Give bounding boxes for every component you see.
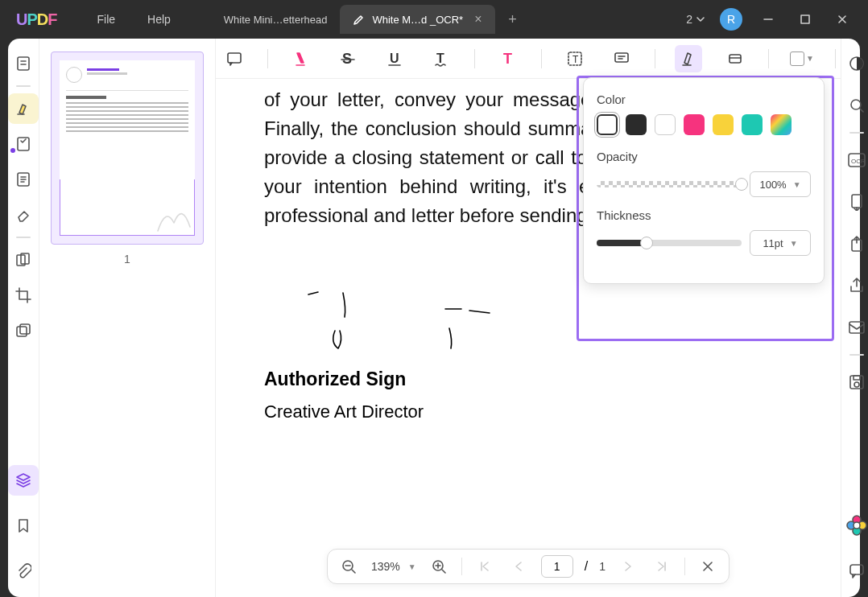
underline-tool[interactable]: U (381, 45, 408, 72)
highlight-text-tool[interactable] (287, 45, 315, 72)
svg-text:T: T (503, 51, 512, 67)
zoom-out-button[interactable] (337, 555, 360, 578)
color-swatch-none[interactable] (597, 114, 618, 135)
email-tool[interactable] (841, 312, 868, 343)
menu-help[interactable]: Help (147, 13, 171, 26)
right-rail: OCR (841, 39, 868, 597)
page-total: 1 (599, 560, 606, 573)
thickness-slider[interactable] (597, 240, 742, 246)
comment-tool[interactable] (221, 45, 248, 72)
squiggly-tool[interactable]: T (428, 45, 455, 72)
bottom-nav-bar: 139%▼ / 1 (327, 549, 730, 584)
slider-thumb[interactable] (735, 178, 748, 191)
svg-rect-1 (18, 57, 29, 70)
reader-tool[interactable] (8, 48, 39, 79)
color-swatch-black[interactable] (626, 114, 647, 135)
tab-label: White M…d _OCR* (372, 14, 463, 26)
minimize-button[interactable] (757, 8, 779, 31)
page-thumbnail[interactable] (51, 51, 204, 245)
color-swatch-yellow[interactable] (713, 114, 734, 135)
first-page-button[interactable] (473, 555, 496, 578)
chat-tool[interactable] (841, 555, 868, 586)
textbox-tool[interactable]: T (561, 45, 589, 72)
toolbar-separator (655, 49, 655, 68)
thickness-value-box[interactable]: 11pt▼ (750, 230, 811, 256)
bookmark-tool[interactable] (8, 510, 39, 541)
next-page-button[interactable] (617, 555, 639, 578)
ocr-tool[interactable]: OCR (841, 145, 868, 175)
color-swatch-pink[interactable] (684, 114, 705, 135)
edit-icon (353, 13, 366, 26)
maximize-button[interactable] (794, 8, 816, 31)
color-swatch-custom[interactable] (771, 114, 792, 135)
toolbar-separator (267, 49, 268, 68)
avatar[interactable]: R (720, 8, 742, 31)
svg-rect-26 (849, 322, 864, 333)
highlighter-tool[interactable] (8, 93, 39, 124)
opacity-slider[interactable] (597, 181, 742, 187)
text-tool[interactable]: T (494, 45, 522, 72)
titlebar-right: 2 R (672, 8, 868, 31)
color-picker-tool[interactable]: ▼ (788, 45, 816, 72)
convert-tool[interactable] (841, 187, 868, 217)
tab-label: White Mini…etterhead (224, 14, 328, 26)
svg-point-21 (851, 100, 861, 109)
color-swatch-teal[interactable] (742, 114, 763, 135)
save-tool[interactable] (841, 367, 868, 397)
attachment-tool[interactable] (8, 555, 39, 586)
svg-rect-7 (20, 324, 30, 334)
shape-tool[interactable] (721, 45, 749, 72)
svg-text:T: T (436, 51, 444, 65)
toolbar-separator (768, 49, 769, 68)
svg-point-34 (854, 522, 860, 529)
search-tool[interactable] (841, 90, 868, 121)
new-tab-button[interactable]: + (502, 8, 524, 31)
prev-page-button[interactable] (507, 555, 530, 578)
layers-tool[interactable] (8, 465, 39, 496)
strikethrough-tool[interactable]: S (334, 45, 362, 72)
svg-rect-16 (615, 53, 628, 62)
svg-point-29 (854, 382, 859, 387)
toolbar-separator (541, 49, 542, 68)
window-count[interactable]: 2 (686, 13, 705, 26)
color-swatch-white[interactable] (655, 114, 676, 135)
svg-rect-0 (801, 15, 809, 23)
svg-text:S: S (342, 51, 352, 67)
svg-text:U: U (390, 51, 399, 65)
svg-rect-9 (228, 53, 241, 63)
edit-toolbar: S U T T T ▼ (216, 39, 841, 79)
form-tool[interactable] (8, 164, 39, 195)
thumbnail-number: 1 (51, 253, 204, 266)
pages-tool[interactable] (8, 245, 39, 275)
opacity-value-box[interactable]: 100%▼ (750, 171, 811, 197)
ai-tool[interactable] (841, 510, 868, 541)
svg-rect-28 (854, 376, 860, 380)
close-bar-button[interactable] (696, 555, 719, 578)
page-input[interactable] (541, 555, 573, 578)
rail-separator (849, 132, 864, 134)
share-tool[interactable] (841, 270, 868, 301)
pencil-tool[interactable] (675, 45, 702, 72)
tab-active[interactable]: White M…d _OCR* × (340, 5, 494, 34)
callout-tool[interactable] (608, 45, 635, 72)
tab-inactive[interactable]: White Mini…etterhead (211, 5, 341, 34)
close-button[interactable] (831, 8, 854, 31)
flower-icon (846, 515, 867, 536)
eraser-tool[interactable] (8, 200, 39, 230)
menu-file[interactable]: File (97, 13, 115, 26)
slider-thumb[interactable] (640, 237, 653, 249)
appearance-tool[interactable] (841, 48, 868, 79)
main-menu: File Help (72, 13, 194, 26)
close-icon[interactable]: × (474, 12, 482, 27)
crop-tool[interactable] (8, 280, 39, 311)
signature-area (264, 286, 792, 359)
center-area: S U T T T ▼ Color (216, 39, 841, 597)
annotation-tool[interactable] (8, 129, 39, 159)
zoom-in-button[interactable] (428, 555, 450, 578)
titlebar: UPDF File Help White Mini…etterhead Whit… (0, 0, 868, 39)
batch-tool[interactable] (8, 315, 39, 346)
export-tool[interactable] (841, 229, 868, 259)
bar-separator (684, 558, 685, 575)
last-page-button[interactable] (651, 555, 673, 578)
zoom-level[interactable]: 139%▼ (371, 560, 416, 573)
